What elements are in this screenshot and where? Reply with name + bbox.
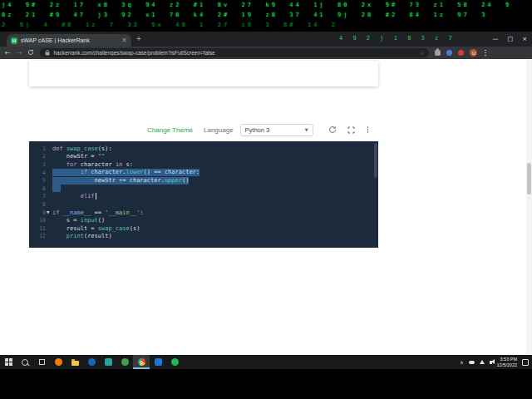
line-number: 2 [29, 153, 46, 160]
action-center-icon[interactable] [522, 359, 529, 366]
selection-block [52, 185, 61, 192]
back-icon[interactable]: ← [5, 50, 11, 57]
line-number: 10 [29, 217, 46, 224]
maximize-button[interactable]: □ [508, 36, 514, 42]
code-line[interactable]: 5 newStr += character.upper() [29, 176, 378, 185]
page-scrollbar-thumb[interactable] [527, 163, 531, 195]
edge-app-icon [88, 358, 96, 366]
code-line[interactable]: 9▼if __name__ == '__main__': [29, 209, 378, 217]
start-button-icon [5, 358, 12, 366]
matrix-row: j4 9# 2z 17 x8 3q 94 z2 #1 8v 27 k9 44 1… [2, 2, 511, 8]
code-text: s = input() [52, 216, 105, 224]
code-text [52, 185, 61, 193]
line-number: 6 [29, 185, 46, 192]
selected-text: newStr += character.upper() [52, 177, 189, 185]
forward-icon[interactable]: → [17, 50, 22, 57]
edge-app[interactable] [83, 355, 100, 369]
matrix-row: 8z 21 #9 47 j3 92 x1 78 k4 2# 19 z8 37 4… [2, 12, 487, 18]
spotify-app[interactable] [166, 355, 183, 369]
profile-avatar[interactable]: U [470, 49, 477, 57]
code-text: result = swap_case(s) [52, 224, 140, 233]
onedrive-icon[interactable] [469, 361, 475, 364]
browser-address-bar: ← → hackerrank.com/challenges/swap-case/… [0, 47, 532, 59]
network-icon[interactable] [480, 360, 485, 364]
text-cursor [96, 193, 96, 200]
code-line[interactable]: 6 [29, 185, 378, 193]
line-number: 12 [29, 233, 46, 239]
file-explorer-app[interactable] [66, 355, 83, 369]
search-button[interactable] [17, 355, 33, 369]
code-text: ▼if __name__ == '__main__': [52, 209, 144, 217]
chrome-app-icon [138, 358, 145, 366]
task-view-button[interactable] [33, 355, 50, 369]
line-number: 3 [29, 161, 46, 168]
fold-caret-icon[interactable]: ▼ [47, 210, 49, 214]
matrix-overlay-text: 4 9 2 j 1 8 3 z 7 [339, 35, 456, 42]
code-line[interactable]: 4 if character.lower() == character: [29, 169, 378, 177]
language-select[interactable]: Python 3 ▼ [240, 124, 313, 136]
close-button[interactable]: × [522, 36, 527, 42]
editor-toolbar: Change Theme Language Python 3 ▼ [29, 121, 378, 139]
page-scrollbar-track[interactable] [526, 59, 532, 355]
line-number: 5 [29, 177, 46, 184]
fullscreen-icon[interactable] [347, 122, 355, 137]
firefox-app[interactable] [50, 355, 66, 369]
code-editor[interactable]: 1def swap_case(s):2 newStr = ""3 for cha… [29, 141, 378, 248]
bookmark-star-icon[interactable]: ☆ [419, 50, 424, 57]
code-text: def swap_case(s): [52, 145, 112, 153]
code-line[interactable]: 7 elif [29, 193, 378, 201]
code-text: newStr += character.upper() [52, 176, 189, 185]
change-theme-link[interactable]: Change Theme [147, 126, 193, 134]
extensions-icon[interactable] [435, 50, 441, 56]
refresh-icon[interactable] [27, 49, 34, 57]
new-tab-button[interactable]: + [136, 35, 141, 43]
browser-tab-bar: H sWAP cASE | HackerRank × + 4 9 2 j 1 8… [0, 32, 532, 47]
tab-close-icon[interactable]: × [121, 37, 127, 44]
more-options-icon[interactable] [366, 126, 371, 134]
spotify-app-icon [171, 358, 179, 366]
code-line[interactable]: 10 s = input() [29, 216, 378, 224]
vscode-app[interactable] [150, 355, 166, 369]
code-text: for character in s: [52, 160, 133, 169]
volume-icon[interactable] [490, 361, 492, 364]
taskbar-clock[interactable]: 3:53 PM 12/5/2022 [497, 357, 517, 367]
hidden-icons-chevron[interactable]: ∧ [460, 359, 463, 365]
minimize-button[interactable]: — [493, 36, 499, 42]
task-view-button-icon [39, 359, 45, 365]
code-line[interactable]: 2 newStr = "" [29, 153, 378, 161]
system-tray: ∧ 3:53 PM 12/5/2022 [460, 355, 532, 369]
line-number: 1 [29, 145, 46, 152]
code-lines: 1def swap_case(s):2 newStr = ""3 for cha… [29, 145, 378, 240]
url-bar[interactable]: hackerrank.com/challenges/swap-case/prob… [40, 48, 429, 57]
editor-scrollbar[interactable] [374, 143, 377, 178]
code-line[interactable]: 3 for character in s: [29, 160, 378, 169]
chrome-app[interactable] [133, 355, 150, 369]
taskbar-apps [0, 355, 183, 369]
extension-blue-icon[interactable] [446, 50, 452, 56]
url-text: hackerrank.com/challenges/swap-case/prob… [53, 50, 416, 56]
selected-text: if character.lower() == character: [52, 169, 200, 176]
browser-menu-icon[interactable] [483, 49, 488, 57]
tab-title: sWAP cASE | HackerRank [21, 37, 118, 43]
firefox-app-icon [55, 358, 62, 366]
matrix-row: 2 9j 4 #8 1z 7 32 9x 48 1 27 z9 3 8# 14 … [2, 22, 337, 28]
clock-date: 12/5/2022 [497, 362, 517, 368]
code-line[interactable]: 1def swap_case(s): [29, 145, 378, 153]
page-content: Change Theme Language Python 3 ▼ 1def sw… [0, 59, 532, 355]
extension-red-icon[interactable] [458, 50, 464, 56]
reset-code-icon[interactable] [328, 122, 337, 137]
whatsapp-app-icon [121, 358, 129, 366]
screen: j4 9# 2z 17 x8 3q 94 z2 #1 8v 27 k9 44 1… [0, 0, 532, 399]
start-button[interactable] [0, 355, 17, 369]
language-label: Language [204, 126, 234, 134]
line-number: 8 [29, 201, 46, 208]
hackerrank-favicon-icon: H [11, 37, 17, 44]
store-app[interactable] [100, 355, 116, 369]
whatsapp-app[interactable] [116, 355, 133, 369]
code-text: if character.lower() == character: [52, 169, 200, 177]
lock-icon[interactable] [45, 50, 50, 56]
browser-tab[interactable]: H sWAP cASE | HackerRank × [7, 34, 131, 47]
code-line[interactable]: 11 result = swap_case(s) [29, 224, 378, 233]
code-line[interactable]: 12 print(result) [29, 233, 378, 241]
code-line[interactable]: 8 [29, 200, 378, 209]
